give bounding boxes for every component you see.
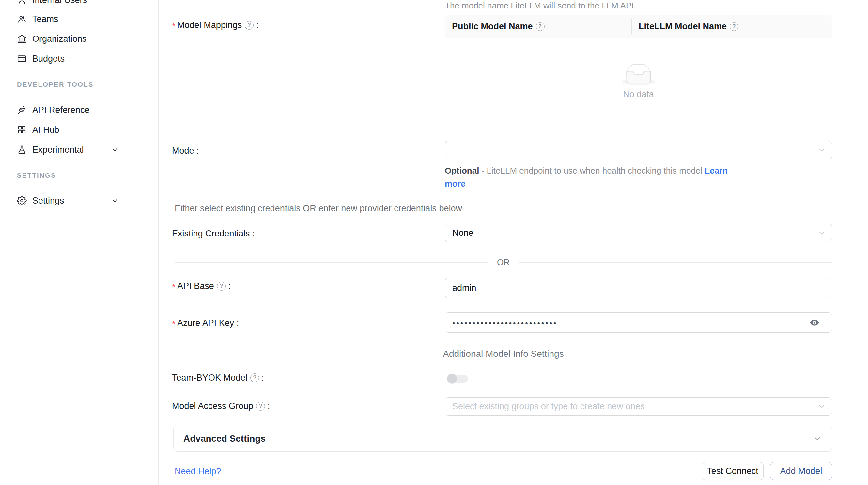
credit-card-icon (17, 54, 27, 64)
help-circle-icon[interactable]: ? (536, 22, 545, 31)
column-header-litellm-model-name: LiteLLM Model Name ? (631, 22, 832, 32)
chevron-down-icon (111, 146, 119, 154)
existing-credentials-label: Existing Credentials : (172, 227, 255, 240)
required-asterisk: * (172, 280, 175, 292)
sidebar-item-label: Organizations (32, 34, 87, 44)
sidebar-item-ai-hub[interactable]: AI Hub (17, 123, 119, 136)
model-access-group-label: Model Access Group ? : (172, 399, 270, 413)
add-model-page: Internal Users Teams Organizations Budge… (0, 0, 868, 485)
existing-credentials-select[interactable]: None (445, 224, 832, 242)
azure-api-key-input[interactable]: •••••••••••••••••••••••••• (445, 313, 832, 333)
sidebar-item-experimental[interactable]: Experimental (17, 143, 119, 156)
user-icon (17, 0, 27, 5)
model-access-group-select[interactable]: Select existing groups or type to create… (445, 397, 832, 416)
credentials-note: Either select existing credentials OR en… (175, 203, 462, 214)
chevron-down-icon (817, 229, 826, 237)
grid-icon (17, 125, 27, 135)
chevron-down-icon (813, 434, 822, 443)
sidebar-item-label: API Reference (32, 105, 90, 115)
no-data-text: No data (623, 89, 654, 99)
api-plug-icon (17, 105, 27, 115)
sidebar-section-developer-tools: DEVELOPER TOOLS (17, 81, 94, 88)
chevron-down-icon (817, 146, 826, 154)
add-model-button[interactable]: Add Model (770, 462, 832, 480)
sidebar-item-label: Internal Users (32, 0, 87, 5)
sidebar: Internal Users Teams Organizations Budge… (0, 0, 159, 485)
chevron-down-icon (817, 402, 826, 411)
required-asterisk: * (172, 19, 175, 31)
toggle-handle (447, 374, 457, 384)
sidebar-item-label: Settings (32, 196, 64, 206)
azure-api-key-label: * Azure API Key : (172, 316, 239, 329)
teams-icon (17, 14, 27, 24)
divider-line (519, 262, 832, 263)
api-base-label: * API Base ? : (172, 280, 231, 293)
bank-icon (17, 34, 27, 44)
help-circle-icon[interactable]: ? (217, 282, 226, 291)
advanced-settings-title: Advanced Settings (183, 433, 266, 444)
divider-line (175, 262, 488, 263)
help-circle-icon[interactable]: ? (245, 21, 253, 30)
learn-more-link[interactable]: more (445, 179, 466, 189)
test-connect-button[interactable]: Test Connect (702, 462, 764, 480)
model-name-help-text: The model name LiteLLM will send to the … (445, 1, 634, 11)
advanced-settings-panel[interactable]: Advanced Settings (173, 426, 832, 452)
team-byok-label: Team-BYOK Model ? : (172, 371, 264, 384)
existing-credentials-value: None (452, 228, 473, 238)
sidebar-item-label: Budgets (32, 54, 65, 64)
sidebar-item-teams[interactable]: Teams (17, 12, 119, 26)
sidebar-item-internal-users[interactable]: Internal Users (17, 0, 119, 6)
learn-more-link[interactable]: Learn (705, 166, 728, 175)
or-divider: OR (175, 258, 832, 267)
sidebar-item-label: Teams (32, 14, 58, 24)
help-circle-icon[interactable]: ? (730, 22, 739, 31)
mode-help-text: Optional - LiteLLM endpoint to use when … (445, 164, 742, 190)
mode-select[interactable] (445, 141, 832, 159)
sidebar-section-settings: SETTINGS (17, 172, 56, 180)
chevron-down-icon (111, 197, 119, 204)
content-right-border (840, 0, 840, 485)
table-empty-state: No data (445, 37, 832, 126)
need-help-link[interactable]: Need Help? (175, 466, 221, 477)
model-mappings-label: * Model Mappings ? : (172, 19, 258, 32)
additional-settings-divider: Additional Model Info Settings (175, 349, 832, 358)
divider-line (175, 354, 434, 354)
sidebar-item-settings[interactable]: Settings (17, 194, 119, 207)
mode-label: Mode : (172, 144, 199, 157)
eye-icon[interactable] (808, 318, 821, 327)
gear-icon (17, 196, 27, 205)
empty-box-icon (622, 64, 655, 86)
column-header-public-model-name: Public Model Name ? (445, 22, 631, 32)
help-circle-icon[interactable]: ? (256, 402, 265, 411)
column-divider (631, 19, 632, 34)
api-base-input[interactable]: admin (445, 278, 832, 298)
flask-icon (17, 145, 27, 155)
sidebar-item-label: Experimental (32, 145, 84, 155)
sidebar-item-api-reference[interactable]: API Reference (17, 103, 119, 117)
required-asterisk: * (172, 317, 175, 329)
sidebar-item-organizations[interactable]: Organizations (17, 32, 119, 45)
model-access-group-placeholder: Select existing groups or type to create… (452, 401, 645, 412)
sidebar-item-budgets[interactable]: Budgets (17, 52, 119, 65)
model-mappings-table: Public Model Name ? LiteLLM Model Name ? (445, 15, 832, 126)
table-header-row: Public Model Name ? LiteLLM Model Name ? (445, 15, 832, 37)
sidebar-item-label: AI Hub (32, 125, 59, 135)
team-byok-toggle[interactable] (447, 374, 468, 384)
api-base-value: admin (452, 283, 476, 293)
masked-password-value: •••••••••••••••••••••••••• (452, 317, 557, 328)
divider-line (573, 354, 832, 354)
help-circle-icon[interactable]: ? (250, 374, 259, 382)
